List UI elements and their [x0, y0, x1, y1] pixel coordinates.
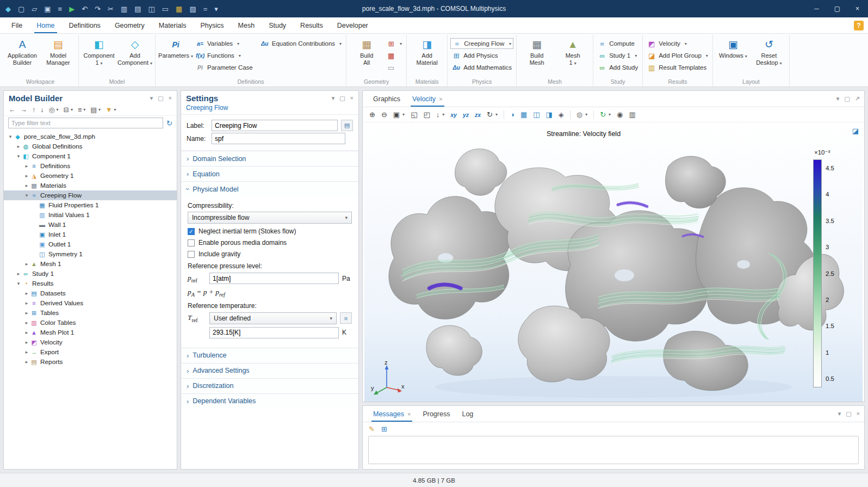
tree-item-materials[interactable]: ▸▩Materials [4, 181, 177, 190]
undo-button[interactable]: ↶ [82, 5, 88, 13]
ribbon-button-result-templates[interactable]: ▥Result Templates [646, 61, 710, 73]
tree-item-pore-scale-flow-3d-mph[interactable]: ▾◆pore_scale_flow_3d.mph [4, 132, 177, 141]
compute-button[interactable]: = [203, 5, 208, 13]
copy-button[interactable]: ▥ [121, 5, 127, 13]
ribbon-button-creeping-flow[interactable]: ≈Creeping Flow▾ [450, 38, 513, 49]
move-down-button[interactable]: ↓ [40, 106, 44, 114]
table-view-button[interactable]: ▤▾ [90, 106, 101, 114]
redo-button[interactable]: ↷ [95, 5, 101, 13]
settings-close-icon[interactable]: × [350, 95, 354, 102]
checkbox-unchecked-icon[interactable] [188, 239, 195, 246]
minimize-button[interactable]: ─ [814, 5, 819, 13]
help-icon[interactable]: ? [854, 21, 864, 30]
menu-tab-materials[interactable]: Materials [152, 17, 194, 33]
paste-button[interactable]: ▤ [134, 5, 141, 13]
new-file-button[interactable]: ▢ [18, 5, 24, 13]
ribbon-button-add-plot-group[interactable]: ◪Add Plot Group▾ [646, 50, 710, 61]
expand-arrow-icon[interactable]: ▸ [23, 163, 30, 169]
temperature-input[interactable] [209, 327, 339, 338]
expand-arrow-icon[interactable]: ▸ [23, 310, 30, 316]
ribbon-button-equation-contributions[interactable]: ΔuEquation Contributions▾ [259, 38, 343, 50]
build-all-button[interactable]: ▦ [176, 5, 182, 13]
graphics-tab-graphics[interactable]: Graphics [367, 91, 406, 107]
messages-float-icon[interactable]: ▢ [846, 410, 851, 417]
compressibility-select[interactable]: Incompressible flow ▾ [188, 212, 352, 224]
menu-tab-geometry[interactable]: Geometry [108, 17, 152, 33]
graphics-tab-velocity[interactable]: Velocity× [406, 91, 449, 107]
menu-tab-physics[interactable]: Physics [193, 17, 231, 33]
settings-panel-menu-icon[interactable]: ▾ [332, 95, 335, 102]
view-zx-button[interactable]: zx [475, 112, 481, 118]
ribbon-button-study-1[interactable]: ∞Study 1▾ [596, 50, 640, 61]
refresh-tree-icon[interactable]: ↻ [166, 119, 172, 127]
ribbon-button-application-builder[interactable]: AApplicationBuilder [5, 36, 40, 67]
tree-item-mesh-1[interactable]: ▸▲Mesh 1 [4, 259, 177, 269]
zoom-out-button[interactable]: ⊖ [381, 110, 387, 119]
graphics-popout-icon[interactable]: ↗ [855, 95, 860, 102]
split-window-button[interactable]: ◫ [533, 110, 540, 119]
tree-item-component-1[interactable]: ▾◧Component 1 [4, 151, 177, 161]
tree-item-geometry-1[interactable]: ▸◮Geometry 1 [4, 171, 177, 181]
checkbox-checked-icon[interactable]: ✓ [188, 228, 195, 235]
expand-arrow-icon[interactable]: ▸ [23, 173, 30, 178]
graphics-canvas[interactable]: Streamline: Velocity field ◪ [363, 122, 864, 402]
build-mesh-button[interactable]: ▨ [189, 5, 196, 13]
expand-arrow-icon[interactable]: ▸ [23, 349, 30, 355]
group-by-button[interactable]: ≡▾ [78, 106, 85, 114]
expand-arrow-icon[interactable]: ▸ [23, 300, 30, 306]
print-button[interactable]: ▥ [629, 110, 635, 119]
tree-item-symmetry-1[interactable]: ◫Symmetry 1 [4, 249, 177, 259]
tree-item-reports[interactable]: ▸▤Reports [4, 357, 177, 367]
tree-item-initial-values-1[interactable]: ▥Initial Values 1 [4, 210, 177, 220]
ribbon-button-add-component[interactable]: ◇AddComponent▾ [117, 36, 152, 67]
expand-arrow-icon[interactable]: ▾ [15, 153, 22, 159]
compact-history-button[interactable]: ≡ [58, 5, 63, 13]
zoom-box-button[interactable]: ▣▾ [393, 110, 405, 119]
expand-arrow-icon[interactable]: ▾ [7, 134, 14, 139]
section-header-advanced-settings[interactable]: ›Advanced Settings [181, 363, 358, 378]
edit-tool-button[interactable]: ✎ [369, 425, 375, 433]
close-tab-icon[interactable]: × [407, 411, 411, 417]
ribbon-button-measure[interactable]: ▭ [385, 61, 404, 73]
expand-arrow-icon[interactable]: ▸ [23, 330, 30, 335]
environment-reflections-button[interactable]: ◍▾ [576, 110, 587, 119]
reference-temperature-select[interactable]: User defined ▾ [209, 312, 337, 324]
ribbon-button-functions[interactable]: f(x)Functions▾ [194, 50, 255, 61]
ribbon-button-add-mathematics[interactable]: ΔuAdd Mathematics [450, 61, 513, 73]
expand-arrow-icon[interactable]: ▸ [23, 183, 30, 188]
view-xy-button[interactable]: xy [450, 112, 457, 118]
section-header-equation[interactable]: ›Equation [181, 166, 358, 181]
ribbon-button-model-manager[interactable]: ▤ModelManager [41, 36, 76, 67]
menu-tab-developer[interactable]: Developer [330, 17, 375, 33]
move-up-button[interactable]: ↑ [32, 106, 35, 114]
maximize-button[interactable]: ▢ [834, 5, 840, 13]
expand-arrow-icon[interactable]: ▾ [23, 193, 30, 198]
ribbon-button-geometry-parts[interactable]: ▦ [385, 50, 404, 61]
view-yz-button[interactable]: yz [463, 112, 469, 118]
tree-item-mesh-plot-1[interactable]: ▸▲Mesh Plot 1 [4, 328, 177, 337]
expand-arrow-icon[interactable]: ▸ [23, 291, 30, 296]
ribbon-button-parameter-case[interactable]: PiParameter Case [194, 61, 255, 73]
messages-log-area[interactable] [368, 436, 859, 464]
transparency-button[interactable]: ◨ [545, 110, 552, 119]
checkbox-unchecked-icon[interactable] [188, 251, 195, 258]
copy-table-button[interactable]: ⊞ [381, 425, 387, 433]
expand-arrow-icon[interactable]: ▸ [15, 271, 22, 276]
section-header-turbulence[interactable]: ›Turbulence [181, 348, 358, 363]
section-header-physical-model[interactable]: ›Physical Model [181, 181, 358, 196]
tree-item-definitions[interactable]: ▸≡Definitions [4, 161, 177, 171]
ribbon-button-reset-desktop[interactable]: ↺ResetDesktop▾ [752, 36, 786, 67]
expand-arrow-icon[interactable]: ▸ [23, 340, 30, 345]
go-to-default-view-button[interactable]: ↓▾ [436, 110, 445, 119]
label-input[interactable] [212, 120, 338, 131]
checkbox-enable-porous-media-domains[interactable]: Enable porous media domains [188, 239, 352, 246]
show-grid-button[interactable]: ▦ [520, 110, 527, 119]
messages-close-icon[interactable]: × [857, 410, 860, 417]
tree-item-fluid-properties-1[interactable]: ▦Fluid Properties 1 [4, 200, 177, 210]
model-builder-panel-menu-icon[interactable]: ▾ [150, 95, 153, 102]
graphics-panel-menu-icon[interactable]: ▾ [836, 95, 840, 102]
section-header-dependent-variables[interactable]: ›Dependent Variables [181, 393, 358, 409]
messages-panel-menu-icon[interactable]: ▾ [838, 410, 841, 417]
tree-item-color-tables[interactable]: ▸▥Color Tables [4, 318, 177, 328]
close-button[interactable]: × [855, 5, 859, 13]
